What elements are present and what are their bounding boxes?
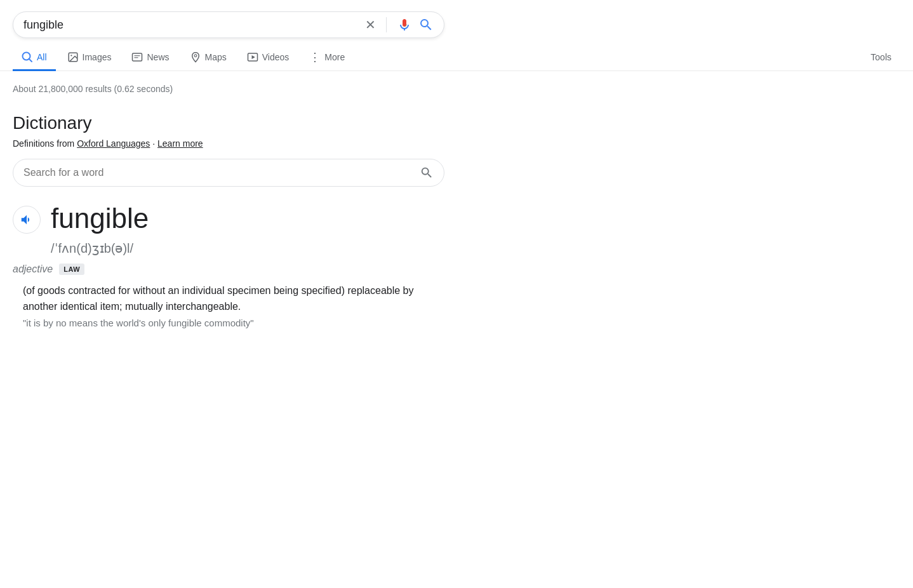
mic-icon[interactable] xyxy=(397,17,412,32)
search-bar: ✕ xyxy=(13,11,444,38)
speaker-icon xyxy=(20,213,34,227)
search-divider xyxy=(386,17,387,32)
images-icon xyxy=(67,51,79,63)
all-icon xyxy=(22,51,33,63)
part-of-speech: adjective xyxy=(13,264,53,275)
word-entry: fungible xyxy=(13,202,444,236)
word-title: fungible xyxy=(51,202,149,236)
pos-row: adjective LAW xyxy=(13,264,444,275)
tab-more-label: More xyxy=(324,52,345,62)
dictionary-title: Dictionary xyxy=(13,113,444,133)
more-icon: ⋮ xyxy=(309,51,321,63)
source-separator: · xyxy=(152,138,157,149)
word-search-input[interactable] xyxy=(23,167,420,178)
word-search-icon xyxy=(420,166,434,180)
definition-block: (of goods contracted for without an indi… xyxy=(13,283,444,328)
search-bar-container: ✕ xyxy=(0,0,913,38)
word-search-container xyxy=(13,159,444,187)
svg-point-7 xyxy=(194,55,197,57)
svg-line-1 xyxy=(29,59,32,62)
definition-example: "it is by no means the world's only fung… xyxy=(23,317,444,328)
tab-videos[interactable]: Videos xyxy=(238,45,298,71)
dictionary-section: Dictionary Definitions from Oxford Langu… xyxy=(0,100,457,335)
tab-videos-label: Videos xyxy=(262,52,290,62)
tab-news-label: News xyxy=(147,52,169,62)
nav-tabs: All Images News Maps Videos xyxy=(0,38,913,71)
videos-icon xyxy=(247,51,258,63)
search-icon[interactable] xyxy=(418,17,434,32)
svg-rect-4 xyxy=(133,53,142,61)
tab-maps-label: Maps xyxy=(205,52,227,62)
search-icons: ✕ xyxy=(365,17,434,32)
svg-point-3 xyxy=(70,55,72,56)
maps-icon xyxy=(190,51,201,63)
tab-news[interactable]: News xyxy=(123,45,178,71)
oxford-languages-link[interactable]: Oxford Languages xyxy=(77,138,150,149)
search-input[interactable] xyxy=(23,18,365,32)
definition-text: (of goods contracted for without an indi… xyxy=(23,283,444,315)
tab-maps[interactable]: Maps xyxy=(181,45,236,71)
svg-marker-9 xyxy=(251,55,255,59)
results-count: About 21,800,000 results (0.62 seconds) xyxy=(0,71,913,100)
dictionary-source: Definitions from Oxford Languages · Lear… xyxy=(13,138,444,149)
pos-badge: LAW xyxy=(59,264,84,275)
tab-all-label: All xyxy=(37,52,47,62)
clear-icon[interactable]: ✕ xyxy=(365,18,376,31)
source-prefix: Definitions from xyxy=(13,138,74,149)
tab-more[interactable]: ⋮ More xyxy=(300,45,354,71)
speaker-button[interactable] xyxy=(13,206,41,234)
tab-images[interactable]: Images xyxy=(58,45,121,71)
news-icon xyxy=(131,51,143,63)
word-phonetic: /ˈfʌn(d)ʒɪb(ə)l/ xyxy=(51,241,444,256)
tab-images-label: Images xyxy=(83,52,112,62)
tools-button[interactable]: Tools xyxy=(862,46,900,70)
tab-all[interactable]: All xyxy=(13,45,56,71)
learn-more-link[interactable]: Learn more xyxy=(157,138,203,149)
